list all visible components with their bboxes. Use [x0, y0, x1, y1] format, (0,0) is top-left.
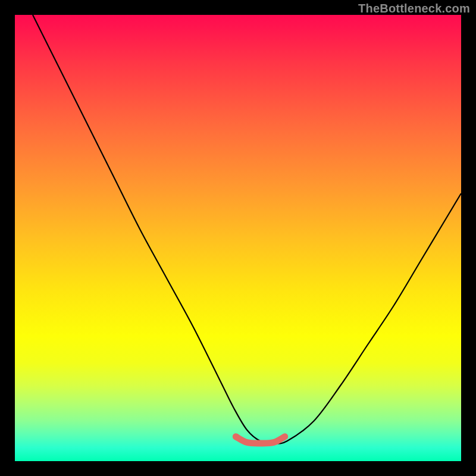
optimal-band: [236, 437, 285, 443]
bottleneck-curve: [33, 15, 461, 443]
curve-layer: [15, 15, 461, 461]
plot-area: [15, 15, 461, 461]
chart-frame: TheBottleneck.com: [0, 0, 476, 476]
watermark-text: TheBottleneck.com: [358, 2, 470, 15]
